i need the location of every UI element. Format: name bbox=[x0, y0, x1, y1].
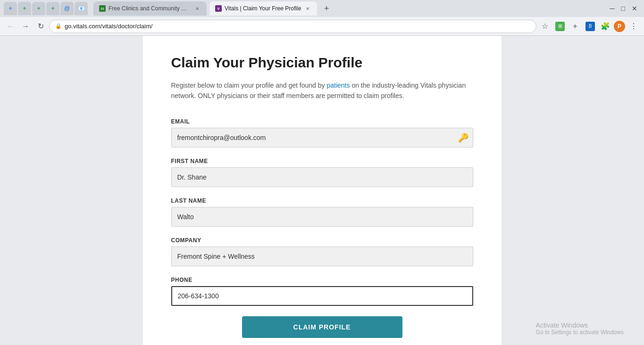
firstname-section: FIRST NAME bbox=[171, 158, 473, 187]
address-bar[interactable]: 🔒 go.vitals.com/vitals/doctor/claim/ bbox=[49, 20, 536, 33]
tab-close-free-clinics[interactable]: ✕ bbox=[193, 5, 201, 12]
pinned-tab-4[interactable]: + bbox=[46, 2, 59, 15]
browser-chrome: + + + + @ 📧 bbox=[0, 0, 644, 36]
lock-icon: 🔒 bbox=[55, 23, 62, 29]
email-input[interactable] bbox=[171, 128, 473, 148]
pinned-tab-2[interactable]: + bbox=[18, 2, 31, 15]
patients-link[interactable]: patients bbox=[326, 82, 350, 89]
reload-button[interactable]: ↻ bbox=[34, 20, 47, 33]
pinned-tab-3[interactable]: + bbox=[32, 2, 45, 15]
maximize-button[interactable]: □ bbox=[619, 4, 628, 13]
title-bar: + + + + @ 📧 bbox=[0, 0, 644, 17]
company-section: COMPANY bbox=[171, 237, 473, 266]
email-label: EMAIL bbox=[171, 118, 473, 125]
description-text-1: Register below to claim your profile and… bbox=[171, 82, 327, 89]
email-section: EMAIL 🔑 bbox=[171, 118, 473, 148]
lastname-label: LAST NAME bbox=[171, 197, 473, 204]
pinned-tab-6[interactable]: 📧 bbox=[75, 2, 88, 15]
extensions-button[interactable]: 🧩 bbox=[599, 20, 612, 33]
new-tab-button[interactable]: + bbox=[320, 2, 333, 15]
activate-windows-title: Activate Windows bbox=[536, 321, 625, 329]
browser-actions: ☆ ⊞ + B 🧩 P ⋮ bbox=[538, 20, 640, 33]
extension-icon-1: ⊞ bbox=[555, 22, 565, 31]
phone-section: PHONE bbox=[171, 277, 473, 306]
extension-button-1[interactable]: ⊞ bbox=[553, 20, 567, 33]
page-description: Register below to claim your profile and… bbox=[171, 80, 473, 101]
tab-vitals[interactable]: V Vitals | Claim Your Free Profile ✕ bbox=[209, 1, 317, 16]
tab-favicon-free-clinics: M bbox=[99, 5, 106, 12]
claim-profile-button[interactable]: CLAIM PROFILE bbox=[242, 316, 402, 338]
activate-windows-watermark: Activate Windows Go to Settings to activ… bbox=[536, 321, 625, 336]
main-container: Claim Your Physician Profile Register be… bbox=[143, 36, 502, 345]
page-content: Claim Your Physician Profile Register be… bbox=[0, 36, 644, 345]
profile-avatar[interactable]: P bbox=[614, 21, 625, 32]
email-wrapper: 🔑 bbox=[171, 128, 473, 148]
tab-favicon-vitals: V bbox=[215, 5, 222, 12]
close-button[interactable]: ✕ bbox=[629, 4, 640, 13]
pinned-tab-1[interactable]: + bbox=[4, 2, 17, 15]
pinned-tabs: + + + + @ 📧 bbox=[4, 2, 88, 15]
navigation-toolbar: ← → ↻ 🔒 go.vitals.com/vitals/doctor/clai… bbox=[0, 17, 644, 36]
firstname-label: FIRST NAME bbox=[171, 158, 473, 164]
phone-input[interactable] bbox=[171, 286, 473, 306]
back-button[interactable]: ← bbox=[4, 20, 17, 33]
pinned-tab-5[interactable]: @ bbox=[60, 2, 74, 15]
bookmark-button[interactable]: ☆ bbox=[538, 20, 552, 33]
menu-button[interactable]: ⋮ bbox=[627, 20, 640, 33]
forward-button[interactable]: → bbox=[19, 20, 32, 33]
address-text: go.vitals.com/vitals/doctor/claim/ bbox=[65, 23, 530, 30]
page-title: Claim Your Physician Profile bbox=[171, 55, 473, 71]
company-label: COMPANY bbox=[171, 237, 473, 244]
tab-close-vitals[interactable]: ✕ bbox=[304, 5, 311, 12]
tab-title-free-clinics: Free Clinics and Community He... bbox=[109, 5, 191, 12]
password-manager-icon[interactable]: 🔑 bbox=[458, 132, 468, 143]
firstname-input[interactable] bbox=[171, 167, 473, 187]
tab-free-clinics[interactable]: M Free Clinics and Community He... ✕ bbox=[93, 1, 207, 16]
extension-button-2[interactable]: + bbox=[569, 20, 582, 33]
company-input[interactable] bbox=[171, 246, 473, 266]
phone-label: PHONE bbox=[171, 277, 473, 283]
tab-title-vitals: Vitals | Claim Your Free Profile bbox=[225, 5, 301, 12]
minimize-button[interactable]: ─ bbox=[607, 4, 618, 13]
lastname-section: LAST NAME bbox=[171, 197, 473, 227]
extension-button-3[interactable]: B bbox=[584, 20, 597, 33]
activate-windows-subtitle: Go to Settings to activate Windows. bbox=[536, 329, 625, 336]
lastname-input[interactable] bbox=[171, 207, 473, 227]
